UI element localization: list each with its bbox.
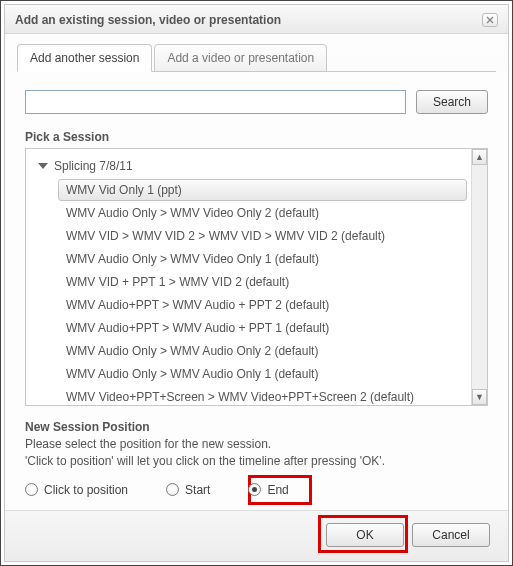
search-button[interactable]: Search xyxy=(416,90,488,114)
tab-add-session[interactable]: Add another session xyxy=(17,44,152,72)
tree-item[interactable]: WMV Audio+PPT > WMV Audio + PPT 2 (defau… xyxy=(58,294,467,316)
ok-button[interactable]: OK xyxy=(326,523,404,547)
tree-item[interactable]: WMV Audio Only > WMV Video Only 2 (defau… xyxy=(58,202,467,224)
tab-add-video[interactable]: Add a video or presentation xyxy=(154,44,327,72)
radio-label: End xyxy=(267,483,288,497)
tree-item[interactable]: WMV Vid Only 1 (ppt) xyxy=(58,179,467,201)
tabs: Add another session Add a video or prese… xyxy=(5,34,508,72)
dialog-add-session: Add an existing session, video or presen… xyxy=(4,4,509,562)
tree-item[interactable]: WMV VID + PPT 1 > WMV VID 2 (default) xyxy=(58,271,467,293)
pick-session-title: Pick a Session xyxy=(25,130,488,144)
radio-start[interactable]: Start xyxy=(166,483,210,497)
tree-item[interactable]: WMV Audio+PPT > WMV Audio + PPT 1 (defau… xyxy=(58,317,467,339)
tree-item[interactable]: WMV Audio Only > WMV Video Only 1 (defau… xyxy=(58,248,467,270)
tree-node-label: Splicing 7/8/11 xyxy=(54,159,133,173)
session-tree: Splicing 7/8/11 WMV Vid Only 1 (ppt)WMV … xyxy=(25,148,488,406)
dialog-title: Add an existing session, video or presen… xyxy=(15,13,281,27)
tree-item[interactable]: WMV Video+PPT+Screen > WMV Video+PPT+Scr… xyxy=(58,386,467,405)
radio-click-to-position[interactable]: Click to position xyxy=(25,483,128,497)
cancel-button[interactable]: Cancel xyxy=(412,523,490,547)
radio-label: Start xyxy=(185,483,210,497)
tree-item[interactable]: WMV Audio Only > WMV Audio Only 1 (defau… xyxy=(58,363,467,385)
tree-item[interactable]: WMV VID > WMV VID 2 > WMV VID > WMV VID … xyxy=(58,225,467,247)
close-button[interactable] xyxy=(482,13,498,27)
position-title: New Session Position xyxy=(25,420,488,434)
radio-icon xyxy=(166,483,179,496)
radio-icon xyxy=(248,483,261,496)
tab-content: Search Pick a Session Splicing 7/8/11 WM… xyxy=(5,72,508,510)
search-row: Search xyxy=(25,90,488,114)
close-icon xyxy=(486,16,494,24)
scroll-down-button[interactable]: ▼ xyxy=(472,389,487,405)
position-radio-group: Click to position Start End xyxy=(25,483,488,497)
search-input[interactable] xyxy=(25,90,406,114)
scroll-track[interactable] xyxy=(472,165,487,389)
tree-item[interactable]: WMV Audio Only > WMV Audio Only 2 (defau… xyxy=(58,340,467,362)
tree-node-splicing[interactable]: Splicing 7/8/11 xyxy=(34,157,467,175)
position-desc: Please select the position for the new s… xyxy=(25,436,488,471)
radio-label: Click to position xyxy=(44,483,128,497)
radio-icon xyxy=(25,483,38,496)
position-section: New Session Position Please select the p… xyxy=(25,420,488,497)
dialog-button-bar: OK Cancel xyxy=(5,510,508,561)
scroll-up-button[interactable]: ▲ xyxy=(472,149,487,165)
titlebar: Add an existing session, video or presen… xyxy=(5,5,508,34)
radio-end[interactable]: End xyxy=(248,483,288,497)
chevron-down-icon xyxy=(38,163,48,169)
scrollbar[interactable]: ▲ ▼ xyxy=(471,149,487,405)
